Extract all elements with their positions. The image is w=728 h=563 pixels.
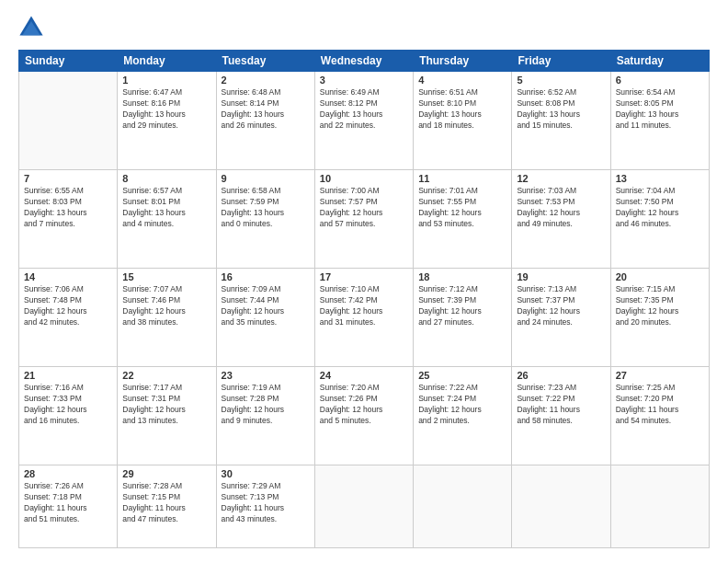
day-of-week-header: Friday — [512, 51, 610, 72]
day-info: Sunrise: 7:03 AM Sunset: 7:53 PM Dayligh… — [517, 186, 605, 230]
day-number: 27 — [616, 370, 704, 381]
page: SundayMondayTuesdayWednesdayThursdayFrid… — [0, 0, 728, 563]
calendar-cell: 15Sunrise: 7:07 AM Sunset: 7:46 PM Dayli… — [118, 269, 216, 367]
calendar-cell: 23Sunrise: 7:19 AM Sunset: 7:28 PM Dayli… — [216, 367, 314, 465]
day-number: 21 — [24, 370, 112, 381]
calendar-cell — [19, 72, 118, 170]
calendar-cell: 22Sunrise: 7:17 AM Sunset: 7:31 PM Dayli… — [118, 367, 216, 465]
day-info: Sunrise: 6:57 AM Sunset: 8:01 PM Dayligh… — [122, 186, 210, 230]
calendar-cell: 24Sunrise: 7:20 AM Sunset: 7:26 PM Dayli… — [314, 367, 413, 465]
calendar-cell: 13Sunrise: 7:04 AM Sunset: 7:50 PM Dayli… — [610, 170, 709, 269]
day-info: Sunrise: 7:09 AM Sunset: 7:44 PM Dayligh… — [222, 284, 310, 328]
logo-icon — [18, 15, 44, 40]
day-number: 4 — [418, 75, 506, 86]
calendar-cell: 5Sunrise: 6:52 AM Sunset: 8:08 PM Daylig… — [512, 72, 610, 170]
calendar-week-row: 1Sunrise: 6:47 AM Sunset: 8:16 PM Daylig… — [19, 72, 710, 170]
day-of-week-header: Sunday — [19, 51, 118, 72]
day-info: Sunrise: 6:51 AM Sunset: 8:10 PM Dayligh… — [418, 87, 506, 132]
calendar-cell: 17Sunrise: 7:10 AM Sunset: 7:42 PM Dayli… — [314, 269, 413, 367]
day-number: 22 — [122, 370, 210, 381]
logo — [18, 15, 48, 40]
calendar-cell: 26Sunrise: 7:23 AM Sunset: 7:22 PM Dayli… — [512, 367, 610, 465]
calendar-week-row: 14Sunrise: 7:06 AM Sunset: 7:48 PM Dayli… — [19, 269, 710, 367]
day-number: 19 — [517, 271, 605, 282]
day-number: 26 — [517, 370, 605, 381]
calendar-cell: 4Sunrise: 6:51 AM Sunset: 8:10 PM Daylig… — [414, 72, 512, 170]
calendar-cell: 18Sunrise: 7:12 AM Sunset: 7:39 PM Dayli… — [414, 269, 512, 367]
calendar-cell: 28Sunrise: 7:26 AM Sunset: 7:18 PM Dayli… — [19, 465, 118, 548]
day-number: 5 — [517, 75, 605, 86]
calendar-cell: 3Sunrise: 6:49 AM Sunset: 8:12 PM Daylig… — [314, 72, 413, 170]
day-number: 17 — [320, 271, 408, 282]
calendar-cell: 27Sunrise: 7:25 AM Sunset: 7:20 PM Dayli… — [610, 367, 709, 465]
calendar-cell: 2Sunrise: 6:48 AM Sunset: 8:14 PM Daylig… — [216, 72, 314, 170]
calendar-cell: 6Sunrise: 6:54 AM Sunset: 8:05 PM Daylig… — [610, 72, 709, 170]
calendar-cell: 10Sunrise: 7:00 AM Sunset: 7:57 PM Dayli… — [314, 170, 413, 269]
day-of-week-header: Wednesday — [314, 51, 413, 72]
day-of-week-header: Monday — [118, 51, 216, 72]
day-info: Sunrise: 7:15 AM Sunset: 7:35 PM Dayligh… — [616, 284, 704, 328]
day-info: Sunrise: 7:28 AM Sunset: 7:15 PM Dayligh… — [122, 481, 210, 525]
day-number: 23 — [222, 370, 310, 381]
day-number: 29 — [122, 468, 210, 479]
calendar-cell: 8Sunrise: 6:57 AM Sunset: 8:01 PM Daylig… — [118, 170, 216, 269]
calendar-cell — [314, 465, 413, 548]
day-number: 18 — [418, 271, 506, 282]
day-info: Sunrise: 7:12 AM Sunset: 7:39 PM Dayligh… — [418, 284, 506, 328]
day-number: 25 — [418, 370, 506, 381]
day-info: Sunrise: 7:10 AM Sunset: 7:42 PM Dayligh… — [320, 284, 408, 328]
calendar-cell: 20Sunrise: 7:15 AM Sunset: 7:35 PM Dayli… — [610, 269, 709, 367]
calendar-table: SundayMondayTuesdayWednesdayThursdayFrid… — [18, 50, 710, 548]
day-info: Sunrise: 6:54 AM Sunset: 8:05 PM Dayligh… — [616, 87, 704, 132]
day-number: 7 — [24, 173, 112, 184]
day-of-week-header: Thursday — [414, 51, 512, 72]
day-number: 15 — [122, 271, 210, 282]
day-info: Sunrise: 6:47 AM Sunset: 8:16 PM Dayligh… — [122, 87, 210, 132]
calendar-header-row: SundayMondayTuesdayWednesdayThursdayFrid… — [19, 51, 710, 72]
day-info: Sunrise: 7:17 AM Sunset: 7:31 PM Dayligh… — [122, 383, 210, 427]
calendar-cell: 21Sunrise: 7:16 AM Sunset: 7:33 PM Dayli… — [19, 367, 118, 465]
day-number: 14 — [24, 271, 112, 282]
day-number: 9 — [222, 173, 310, 184]
day-of-week-header: Tuesday — [216, 51, 314, 72]
day-info: Sunrise: 7:20 AM Sunset: 7:26 PM Dayligh… — [320, 383, 408, 427]
day-number: 30 — [222, 468, 310, 479]
day-info: Sunrise: 7:29 AM Sunset: 7:13 PM Dayligh… — [222, 481, 310, 525]
day-info: Sunrise: 6:58 AM Sunset: 7:59 PM Dayligh… — [222, 186, 310, 230]
calendar-cell: 9Sunrise: 6:58 AM Sunset: 7:59 PM Daylig… — [216, 170, 314, 269]
calendar-cell — [610, 465, 709, 548]
day-info: Sunrise: 7:07 AM Sunset: 7:46 PM Dayligh… — [122, 284, 210, 328]
day-info: Sunrise: 7:04 AM Sunset: 7:50 PM Dayligh… — [616, 186, 704, 230]
day-number: 20 — [616, 271, 704, 282]
calendar-cell: 16Sunrise: 7:09 AM Sunset: 7:44 PM Dayli… — [216, 269, 314, 367]
day-number: 2 — [222, 75, 310, 86]
day-info: Sunrise: 7:16 AM Sunset: 7:33 PM Dayligh… — [24, 383, 112, 427]
calendar-cell — [414, 465, 512, 548]
calendar-cell: 14Sunrise: 7:06 AM Sunset: 7:48 PM Dayli… — [19, 269, 118, 367]
day-info: Sunrise: 7:13 AM Sunset: 7:37 PM Dayligh… — [517, 284, 605, 328]
day-info: Sunrise: 7:25 AM Sunset: 7:20 PM Dayligh… — [616, 383, 704, 427]
calendar-cell: 7Sunrise: 6:55 AM Sunset: 8:03 PM Daylig… — [19, 170, 118, 269]
header — [18, 15, 710, 40]
day-info: Sunrise: 7:19 AM Sunset: 7:28 PM Dayligh… — [222, 383, 310, 427]
day-number: 11 — [418, 173, 506, 184]
day-number: 13 — [616, 173, 704, 184]
calendar-cell: 11Sunrise: 7:01 AM Sunset: 7:55 PM Dayli… — [414, 170, 512, 269]
calendar-week-row: 7Sunrise: 6:55 AM Sunset: 8:03 PM Daylig… — [19, 170, 710, 269]
day-number: 16 — [222, 271, 310, 282]
calendar-cell: 12Sunrise: 7:03 AM Sunset: 7:53 PM Dayli… — [512, 170, 610, 269]
day-number: 24 — [320, 370, 408, 381]
calendar-cell: 29Sunrise: 7:28 AM Sunset: 7:15 PM Dayli… — [118, 465, 216, 548]
day-number: 3 — [320, 75, 408, 86]
day-number: 8 — [122, 173, 210, 184]
day-info: Sunrise: 7:01 AM Sunset: 7:55 PM Dayligh… — [418, 186, 506, 230]
day-number: 1 — [122, 75, 210, 86]
calendar-week-row: 21Sunrise: 7:16 AM Sunset: 7:33 PM Dayli… — [19, 367, 710, 465]
calendar-cell: 30Sunrise: 7:29 AM Sunset: 7:13 PM Dayli… — [216, 465, 314, 548]
calendar-cell: 19Sunrise: 7:13 AM Sunset: 7:37 PM Dayli… — [512, 269, 610, 367]
day-info: Sunrise: 6:48 AM Sunset: 8:14 PM Dayligh… — [222, 87, 310, 132]
day-of-week-header: Saturday — [610, 51, 709, 72]
day-info: Sunrise: 7:23 AM Sunset: 7:22 PM Dayligh… — [517, 383, 605, 427]
day-info: Sunrise: 7:00 AM Sunset: 7:57 PM Dayligh… — [320, 186, 408, 230]
day-info: Sunrise: 7:26 AM Sunset: 7:18 PM Dayligh… — [24, 481, 112, 525]
